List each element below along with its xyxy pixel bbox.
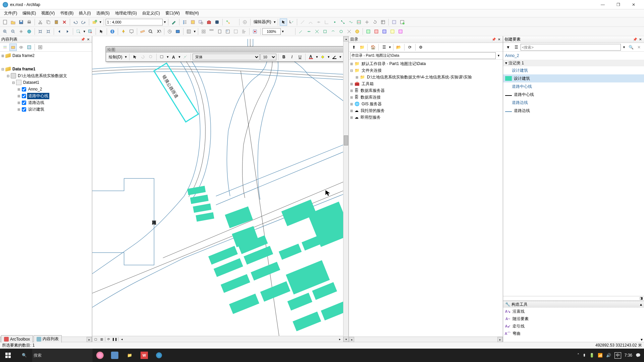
menu-file[interactable]: 文件(F)	[1, 9, 20, 17]
topo-errors[interactable]	[373, 28, 380, 35]
dataframe-button[interactable]	[232, 28, 239, 35]
close-icon[interactable]: ✕	[497, 37, 501, 42]
tray-usb-icon[interactable]: ⬍	[583, 353, 586, 358]
construct-follow-feature[interactable]: A~随沿要素	[503, 315, 644, 322]
rotate-tool[interactable]	[371, 18, 379, 26]
full-extent-button[interactable]	[25, 28, 33, 35]
font-color[interactable]: A	[307, 53, 315, 61]
table-button[interactable]	[185, 28, 193, 35]
menu-help[interactable]: 帮助(H)	[182, 9, 202, 17]
up-button[interactable]: ⬆	[350, 44, 358, 51]
map-canvas[interactable]: 绘图 ▼ ✕ 绘制(D)▼ ▼ A▼	[92, 36, 343, 342]
text-dropdown[interactable]: A	[170, 53, 177, 61]
vscroll-up[interactable]: ▴	[343, 36, 349, 42]
close-icon[interactable]: ✕	[86, 37, 91, 42]
list-visibility[interactable]	[17, 44, 25, 51]
topo-edit8[interactable]	[354, 28, 361, 35]
right-angle-tool[interactable]	[323, 18, 330, 26]
fixed-zoom-in[interactable]	[37, 28, 44, 35]
tab-arctoolbox[interactable]: ArcToolbox	[1, 335, 33, 343]
topo-inspect[interactable]	[397, 28, 404, 35]
template-road-edge-link[interactable]: 道路边线	[503, 99, 644, 107]
menu-view[interactable]: 视图(V)	[39, 9, 57, 17]
catalog-button[interactable]	[189, 18, 197, 26]
map-vscroll[interactable]: ▴ ▾	[343, 36, 348, 342]
scale-dropdown[interactable]: ▼	[163, 20, 166, 24]
toc-button[interactable]	[181, 18, 189, 26]
cat-toolbox[interactable]: ⊞🧰工具箱	[350, 80, 502, 87]
print-button[interactable]	[25, 18, 33, 26]
taskbar-wps[interactable]: W	[137, 349, 152, 362]
hyperlink-button[interactable]	[120, 28, 127, 35]
undo-button[interactable]	[72, 18, 79, 26]
topo-rules[interactable]	[389, 28, 396, 35]
save-button[interactable]	[17, 18, 25, 26]
topo-edit6[interactable]	[337, 28, 345, 35]
tray-volume-icon[interactable]: 🔊	[606, 353, 611, 358]
pin-icon[interactable]: 📌	[491, 37, 496, 42]
taskbar-app2[interactable]	[107, 349, 122, 362]
taskbar-search-box[interactable]: 搜索	[32, 349, 93, 362]
cat-db-conn[interactable]: ⊞🗄数据库连接	[350, 94, 502, 101]
edit-vertices-el[interactable]	[181, 53, 189, 61]
cat-db-server[interactable]: ⊞🗄数据库服务器	[350, 87, 502, 94]
tree-view[interactable]: ☰	[380, 44, 388, 51]
toc-layer-building[interactable]: ⊞ 设计建筑	[1, 106, 91, 113]
trace-tool[interactable]	[315, 18, 322, 26]
menu-select[interactable]: 选择(S)	[94, 9, 112, 17]
select-elements[interactable]	[131, 53, 139, 61]
pause-button[interactable]: ❚❚	[112, 337, 117, 342]
tray-up-icon[interactable]: ˄	[577, 353, 579, 358]
tray-battery-icon[interactable]: 🔋	[589, 353, 594, 358]
vscroll-down[interactable]: ▾	[343, 337, 349, 342]
menu-insert[interactable]: 插入(I)	[76, 9, 93, 17]
cut-button[interactable]	[37, 18, 44, 26]
cat-my-hosted[interactable]: ⊞☁我托管的服务	[350, 107, 502, 114]
tray-ime[interactable]: 中	[614, 352, 621, 359]
redo-button[interactable]	[80, 18, 87, 26]
clear-search[interactable]: ✕	[635, 44, 643, 51]
split-tool[interactable]	[363, 18, 371, 26]
tray-time[interactable]: 7:36	[625, 353, 632, 358]
taskbar-arcmap[interactable]	[152, 349, 166, 362]
toc-source[interactable]: ⊟ D:\土地信息系统实验数据文	[1, 72, 91, 79]
construct-curved[interactable]: A⌒弯曲	[503, 330, 644, 337]
cat-gis-server[interactable]: ⊞🌐GIS 服务器	[350, 101, 502, 107]
topo-edit7[interactable]	[345, 28, 353, 35]
hscroll-left[interactable]: ◂	[119, 337, 124, 342]
draw-toolbar-title[interactable]: 绘图 ▼ ✕	[106, 47, 343, 53]
findxy-button[interactable]: XY	[155, 28, 162, 35]
template-road-edge[interactable]: 道路边线	[503, 107, 644, 115]
toc-dataset[interactable]: ⊟ Dataset1	[1, 79, 91, 86]
zoom-in-button[interactable]	[1, 28, 9, 35]
topo-edit3[interactable]	[313, 28, 321, 35]
identify-button[interactable]: i	[109, 28, 116, 35]
organize-button[interactable]: ☰	[513, 44, 520, 51]
cat-folder-conn[interactable]: ⊟📁文件夹连接	[350, 67, 502, 74]
fixed-zoom-out[interactable]	[45, 28, 52, 35]
layout-view-button[interactable]: ▥	[99, 337, 104, 342]
layer-checkbox[interactable]	[22, 101, 26, 105]
cat-ready-svc[interactable]: ⊞☁即用型服务	[350, 114, 502, 121]
draw-toolbar[interactable]: 绘图 ▼ ✕ 绘制(D)▼ ▼ A▼	[106, 46, 343, 62]
toc-df1[interactable]: ⊟ Data frame1	[1, 66, 91, 72]
search-button[interactable]: 🔍	[627, 44, 635, 51]
layout-button[interactable]	[224, 28, 231, 35]
sketch-props-button[interactable]	[390, 18, 398, 26]
add-data-button[interactable]	[91, 18, 98, 26]
editor-menu[interactable]: 编辑器(R)	[252, 19, 273, 25]
line-color[interactable]	[331, 53, 338, 61]
list-selection[interactable]	[25, 44, 33, 51]
fill-color[interactable]	[319, 53, 326, 61]
search-window-button[interactable]	[197, 18, 205, 26]
maximize-button[interactable]: ❐	[610, 0, 626, 9]
align-button[interactable]	[240, 28, 248, 35]
layer-checkbox[interactable]	[22, 94, 26, 98]
tray-wifi-icon[interactable]: 📶	[598, 353, 603, 358]
menu-window[interactable]: 窗口(W)	[163, 9, 182, 17]
paste-button[interactable]	[53, 18, 60, 26]
edit-vertices[interactable]	[339, 18, 346, 26]
home-button[interactable]: 🏠	[369, 44, 377, 51]
list-source[interactable]	[9, 44, 17, 51]
construct-along-line[interactable]: A↘沿直线	[503, 308, 644, 315]
